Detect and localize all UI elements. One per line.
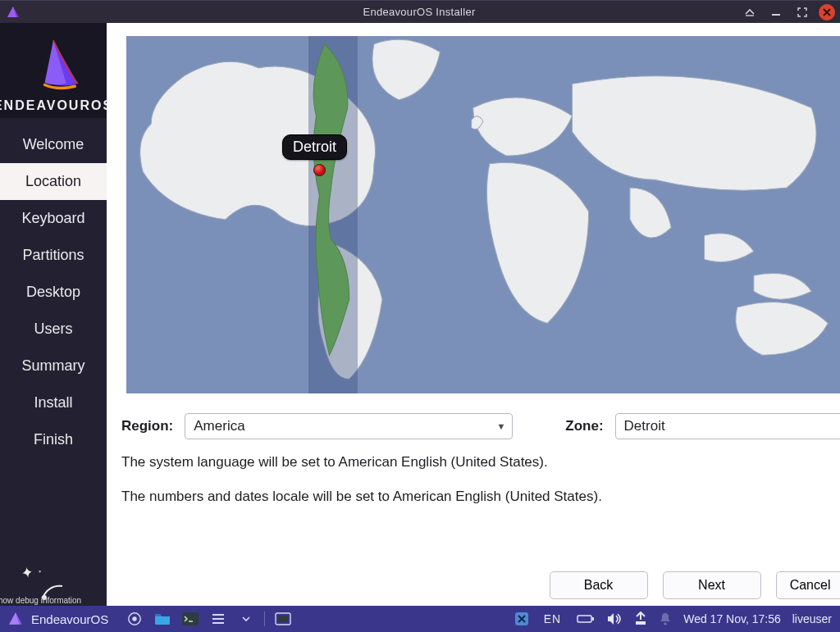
triangle-logo-icon [8, 612, 23, 626]
locale-info: The numbers and dates locale will be set… [121, 489, 840, 505]
volume-icon[interactable] [606, 612, 623, 625]
minimize-button[interactable] [766, 4, 786, 20]
keyboard-layout-indicator[interactable]: EN [540, 612, 565, 626]
world-map-icon [126, 36, 840, 393]
debug-information-label[interactable]: how debug information [0, 595, 83, 606]
zone-value: Detroit [624, 418, 665, 434]
menu-icon[interactable] [208, 611, 228, 627]
triangle-logo-icon [7, 6, 20, 19]
browser-icon[interactable] [125, 611, 144, 627]
sidebar: ENDEAVOUROS WelcomeLocationKeyboardParti… [0, 23, 107, 606]
brand-name: ENDEAVOUROS [0, 98, 113, 113]
shade-button[interactable] [740, 4, 760, 20]
svg-rect-16 [592, 617, 594, 621]
maximize-icon [797, 7, 807, 17]
maximize-button[interactable] [792, 4, 812, 20]
timezone-map[interactable]: Detroit [121, 31, 840, 398]
cancel-button[interactable]: Cancel [776, 571, 840, 599]
svg-rect-7 [182, 612, 199, 625]
svg-point-18 [664, 622, 667, 625]
zone-label: Zone: [565, 418, 603, 434]
clock[interactable]: Wed 17 Nov, 17:56 [683, 612, 781, 625]
close-button[interactable] [819, 4, 835, 20]
updates-icon[interactable] [634, 612, 647, 626]
sidebar-item-keyboard[interactable]: Keyboard [0, 200, 107, 237]
zone-select[interactable]: Detroit [615, 413, 840, 439]
main-panel: Detroit Region: America ▼ Zone: Detroit … [107, 23, 840, 606]
sidebar-item-finish[interactable]: Finish [0, 421, 107, 458]
svg-rect-13 [278, 616, 288, 622]
window-title: EndeavourOS Installer [363, 6, 475, 18]
sidebar-item-install[interactable]: Install [0, 384, 107, 421]
battery-icon[interactable] [577, 613, 595, 625]
window-switcher-icon[interactable] [273, 611, 293, 627]
sidebar-item-desktop[interactable]: Desktop [0, 274, 107, 311]
svg-rect-6 [155, 614, 161, 616]
region-value: America [194, 418, 244, 434]
terminal-icon[interactable] [180, 611, 200, 627]
chevron-down-icon: ▼ [496, 421, 505, 431]
wizard-buttons: Back Next Cancel [550, 571, 840, 599]
sidebar-item-partitions[interactable]: Partitions [0, 237, 107, 274]
svg-rect-17 [636, 621, 646, 625]
region-label: Region: [121, 418, 173, 434]
sidebar-item-users[interactable]: Users [0, 311, 107, 348]
back-button[interactable]: Back [550, 571, 648, 599]
svg-rect-15 [578, 616, 591, 622]
window-titlebar: EndeavourOS Installer [0, 0, 840, 23]
next-button[interactable]: Next [663, 571, 761, 599]
sidebar-item-location[interactable]: Location [0, 163, 107, 200]
sidebar-item-welcome[interactable]: Welcome [0, 126, 107, 163]
chevron-down-icon[interactable] [236, 611, 256, 627]
taskbar-app-name[interactable]: EndeavourOS [31, 612, 108, 626]
minimize-icon [770, 7, 782, 18]
region-select[interactable]: America ▼ [185, 413, 513, 439]
app-icon [5, 4, 21, 20]
svg-point-5 [133, 616, 137, 621]
map-pin-label: Detroit [282, 134, 347, 160]
current-user[interactable]: liveuser [792, 612, 832, 625]
chevron-up-icon [744, 7, 756, 18]
language-info: The system language will be set to Ameri… [121, 454, 840, 471]
close-icon [823, 8, 831, 16]
notifications-icon[interactable] [659, 612, 672, 626]
brand-logo: ENDEAVOUROS [0, 23, 107, 118]
tool-icon[interactable] [514, 611, 530, 627]
triangle-logo-icon [24, 36, 83, 93]
taskbar[interactable]: EndeavourOS EN Wed 17 Nov, 17:56 liveuse… [0, 606, 840, 632]
map-pin[interactable] [313, 164, 326, 176]
sidebar-item-summary[interactable]: Summary [0, 348, 107, 384]
separator [264, 612, 265, 626]
decoration-stars-icon: ✦ · [20, 562, 43, 583]
file-manager-icon[interactable] [153, 611, 172, 627]
